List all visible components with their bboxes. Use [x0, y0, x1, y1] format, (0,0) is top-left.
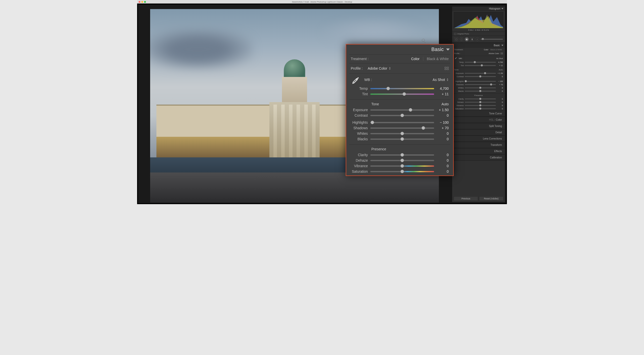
previous-button[interactable]: Previous	[454, 196, 478, 201]
brush-size-slider[interactable]	[481, 39, 503, 40]
close-icon[interactable]	[139, 1, 140, 3]
slider-tint-small[interactable]: Tint+ 11	[452, 64, 505, 67]
titlebar: Seanmcfoto-7.lrcat - Adobe Photoshop Lig…	[137, 0, 507, 4]
redeye-tool-icon[interactable]: ◉	[465, 37, 469, 41]
chevron-down-icon	[501, 45, 503, 46]
eyedropper-icon[interactable]	[454, 57, 457, 60]
eyedropper-icon[interactable]	[351, 76, 360, 85]
histogram-display[interactable]	[454, 12, 503, 28]
slider-clarity[interactable]: Clarity0	[346, 152, 453, 158]
panel-tone-curve[interactable]: Tone Curve	[452, 110, 505, 117]
slider-contrast[interactable]: Contrast0	[346, 113, 453, 118]
tone-header: ToneAuto	[346, 100, 453, 107]
tone-header-small: ToneAuto	[452, 68, 505, 72]
presence-header-small: Presence	[452, 93, 505, 97]
footer-buttons: Previous Reset (Adobe)	[454, 196, 503, 201]
profile-browser-icon[interactable]	[445, 67, 449, 70]
crop-tool-icon[interactable]: ▢	[454, 37, 458, 41]
wb-row-popout: WB : As Shot ▲▼	[346, 74, 453, 86]
slider-blacks[interactable]: Blacks0	[346, 136, 453, 142]
treatment-color[interactable]: Color	[483, 49, 489, 51]
panel-transform[interactable]: Transform	[452, 142, 505, 148]
slider-shadows-small[interactable]: Shadows+ 70	[452, 83, 505, 86]
zoom-cursor-icon	[422, 39, 425, 42]
slider-clarity-small[interactable]: Clarity0	[452, 97, 505, 101]
slider-vibrance[interactable]: Vibrance0	[346, 163, 453, 169]
updown-arrows-icon[interactable]: ▲▼	[389, 67, 391, 70]
slider-exposure-small[interactable]: Exposure+ 1.50	[452, 72, 505, 75]
slider-whites[interactable]: Whites0	[346, 131, 453, 136]
panel-detail[interactable]: Detail	[452, 129, 505, 136]
window-controls	[139, 1, 146, 3]
maximize-icon[interactable]	[144, 1, 146, 3]
panel-split-toning[interactable]: Split Toning	[452, 123, 505, 129]
basic-panel-header[interactable]: Basic	[452, 43, 505, 48]
develop-tool-strip: ▢ ◌ ◉ ▮ ○	[452, 36, 505, 43]
slider-contrast-small[interactable]: Contrast0	[452, 75, 505, 78]
tone-auto-small[interactable]: Auto	[499, 69, 503, 71]
updown-arrows-icon[interactable]: ▲▼	[446, 78, 449, 81]
reset-button[interactable]: Reset (Adobe)	[479, 196, 503, 201]
basic-panel-popout: Basic Treatment : Color Black & White Pr…	[346, 44, 454, 176]
slider-highlights[interactable]: Highlights− 100	[346, 120, 453, 125]
slider-exposure[interactable]: Exposure+ 1.50	[346, 107, 453, 113]
profile-browser-icon[interactable]	[501, 53, 503, 54]
slider-saturation-small[interactable]: Saturation0	[452, 107, 505, 110]
chevron-down-icon	[501, 8, 503, 9]
slider-saturation[interactable]: Saturation0	[346, 169, 453, 174]
wb-preset-select[interactable]: As Shot	[433, 78, 445, 82]
slider-highlights-small[interactable]: Highlights− 100	[452, 80, 505, 83]
app-window: Seanmcfoto-7.lrcat - Adobe Photoshop Lig…	[137, 0, 507, 204]
slider-dehaze[interactable]: Dehaze0	[346, 158, 453, 163]
popout-header[interactable]: Basic	[346, 45, 453, 54]
treatment-row: Treatment : Color Black & White	[452, 48, 505, 52]
wb-row-small: WB : As Shot	[452, 56, 505, 61]
slider-vibrance-small[interactable]: Vibrance0	[452, 104, 505, 107]
presence-header: Presence	[346, 145, 453, 152]
tone-auto-button[interactable]: Auto	[441, 102, 449, 106]
slider-blacks-small[interactable]: Blacks0	[452, 90, 505, 93]
slider-temp[interactable]: Temp4,700	[346, 86, 453, 91]
panel-calibration[interactable]: Calibration	[452, 154, 505, 161]
right-panel-stack: Histogram R 46.2 G 50.8 B 74.3 % Origina…	[452, 7, 505, 202]
spot-tool-icon[interactable]: ◌	[459, 37, 463, 41]
chevron-down-icon	[446, 49, 450, 51]
panel-effects[interactable]: Effects	[452, 148, 505, 154]
panel-hsl[interactable]: HSL / Color	[452, 117, 505, 123]
slider-tint[interactable]: Tint+ 11	[346, 91, 453, 97]
histogram-panel-header[interactable]: Histogram	[452, 7, 505, 11]
minimize-icon[interactable]	[141, 1, 143, 3]
app-body: Histogram R 46.2 G 50.8 B 74.3 % Origina…	[137, 4, 507, 204]
slider-shadows[interactable]: Shadows+ 70	[346, 125, 453, 131]
treatment-color-popout[interactable]: Color	[411, 57, 419, 61]
histogram-title: Histogram	[489, 7, 500, 10]
treatment-bw-popout[interactable]: Black & White	[427, 57, 449, 61]
checkbox-icon[interactable]	[454, 33, 456, 35]
profile-row-popout[interactable]: Profile : Adobe Color ▲▼	[346, 64, 453, 73]
profile-row-small[interactable]: Profile : Adobe Color	[452, 52, 505, 55]
treatment-row-popout: Treatment : Color Black & White	[346, 55, 453, 63]
gradient-tool-icon[interactable]: ▮	[470, 37, 474, 41]
histogram-rgb-readout: R 46.2 G 50.8 B 74.3 %	[452, 29, 505, 32]
slider-dehaze-small[interactable]: Dehaze0	[452, 101, 505, 104]
window-title: Seanmcfoto-7.lrcat - Adobe Photoshop Lig…	[138, 1, 506, 3]
panel-lens[interactable]: Lens Corrections	[452, 136, 505, 142]
slider-temp-small[interactable]: Temp4,700	[452, 61, 505, 64]
radial-tool-icon[interactable]: ○	[475, 37, 479, 41]
original-photo-toggle[interactable]: Original Photo	[452, 32, 505, 36]
treatment-bw[interactable]: Black & White	[490, 49, 503, 51]
slider-whites-small[interactable]: Whites0	[452, 86, 505, 90]
